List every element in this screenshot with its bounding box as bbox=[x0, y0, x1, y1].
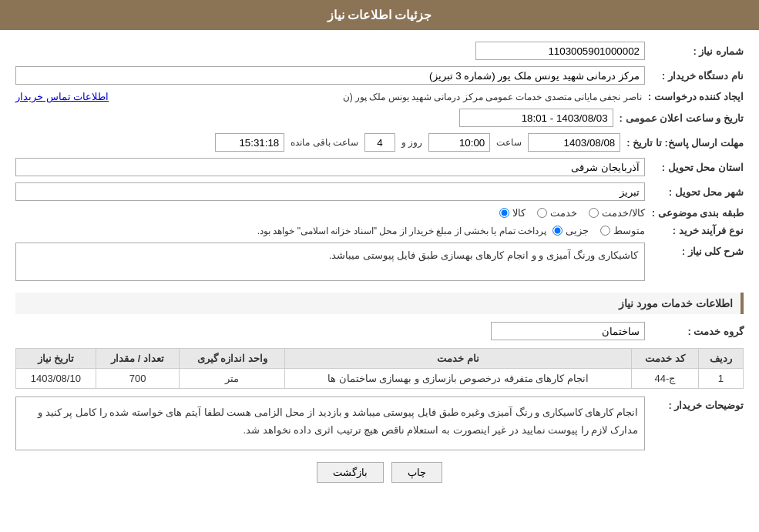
province-label: استان محل تحویل : bbox=[651, 162, 744, 173]
creator-value: ناصر نجفی مایانی متصدی خدمات عمومی مرکز … bbox=[115, 92, 642, 102]
need-number-input bbox=[475, 42, 645, 60]
announce-date-input bbox=[459, 109, 613, 127]
process-note: پرداخت تمام یا بخشی از مبلغ خریدار از مح… bbox=[257, 226, 546, 236]
print-button[interactable]: چاپ bbox=[391, 462, 442, 483]
buyer-notes-section: توضیحات خریدار : انجام کارهای کاسیکاری و… bbox=[15, 396, 744, 450]
col-qty: تعداد / مقدار bbox=[96, 349, 180, 369]
day-label: روز و bbox=[401, 137, 422, 148]
col-name: نام خدمت bbox=[285, 349, 632, 369]
services-table-container: ردیف کد خدمت نام خدمت واحد اندازه گیری ت… bbox=[15, 348, 744, 389]
radio-service-input[interactable] bbox=[537, 208, 547, 218]
action-buttons: چاپ بازگشت bbox=[15, 462, 744, 498]
deadline-time-input bbox=[428, 133, 490, 152]
radio-goods-service-input[interactable] bbox=[589, 208, 599, 218]
service-group-input bbox=[491, 322, 645, 340]
buyer-notes-label: توضیحات خریدار : bbox=[651, 400, 744, 411]
col-unit: واحد اندازه گیری bbox=[180, 349, 285, 369]
time-label: ساعت bbox=[496, 137, 522, 148]
deadline-label: مهلت ارسال پاسخ: تا تاریخ : bbox=[626, 137, 744, 149]
description-label: شرح کلی نیاز : bbox=[651, 246, 744, 257]
description-box: کاشیکاری ورنگ آمیزی و و انجام کارهای بهس… bbox=[15, 243, 645, 281]
creator-label: ایجاد کننده درخواست : bbox=[648, 91, 744, 102]
page-title: جزئیات اطلاعات نیاز bbox=[0, 0, 759, 30]
radio-service-label: خدمت bbox=[550, 207, 577, 219]
radio-medium-input[interactable] bbox=[600, 226, 610, 236]
col-code: کد خدمت bbox=[632, 349, 699, 369]
radio-service: خدمت bbox=[537, 207, 577, 219]
back-button[interactable]: بازگشت bbox=[317, 462, 384, 483]
creator-contact-link[interactable]: اطلاعات تماس خریدار bbox=[15, 91, 109, 102]
remaining-time-input bbox=[215, 133, 284, 152]
table-row: 1ج-44انجام کارهای متفرقه درخصوص بازسازی … bbox=[16, 369, 744, 389]
deadline-days-input bbox=[364, 133, 395, 152]
radio-part: جزیی bbox=[552, 225, 589, 236]
process-radio-group: متوسط جزیی bbox=[552, 225, 645, 236]
radio-part-label: جزیی bbox=[566, 225, 589, 236]
remaining-label: ساعت باقی مانده bbox=[291, 137, 358, 148]
category-radio-group: کالا/خدمت خدمت کالا bbox=[499, 207, 645, 219]
radio-goods-service-label: کالا/خدمت bbox=[602, 207, 645, 219]
col-row: ردیف bbox=[698, 349, 743, 369]
service-info-title: اطلاعات خدمات مورد نیاز bbox=[15, 293, 744, 314]
category-label: طبقه بندی موضوعی : bbox=[651, 207, 744, 219]
radio-medium-label: متوسط bbox=[613, 225, 645, 236]
radio-goods-service: کالا/خدمت bbox=[589, 207, 645, 219]
buyer-org-input bbox=[15, 66, 645, 85]
buyer-org-label: نام دستگاه خریدار : bbox=[651, 70, 744, 82]
radio-goods-input[interactable] bbox=[499, 208, 509, 218]
radio-part-input[interactable] bbox=[552, 226, 563, 236]
need-number-label: شماره نیاز : bbox=[651, 45, 744, 57]
province-input bbox=[15, 158, 645, 176]
city-label: شهر محل تحویل : bbox=[651, 186, 744, 198]
process-label: نوع فرآیند خرید : bbox=[651, 225, 744, 236]
radio-goods-label: کالا bbox=[512, 207, 526, 219]
services-table: ردیف کد خدمت نام خدمت واحد اندازه گیری ت… bbox=[15, 348, 744, 389]
service-group-label: گروه خدمت : bbox=[651, 326, 744, 337]
city-input bbox=[15, 182, 645, 201]
col-date: تاریخ نیاز bbox=[16, 349, 96, 369]
deadline-date-input bbox=[528, 133, 620, 152]
announce-date-label: تاریخ و ساعت اعلان عمومی : bbox=[620, 112, 744, 124]
radio-goods: کالا bbox=[499, 207, 526, 219]
radio-medium: متوسط bbox=[600, 225, 645, 236]
buyer-notes-box: انجام کارهای کاسیکاری و رنگ آمیزی وغیره … bbox=[15, 396, 645, 450]
